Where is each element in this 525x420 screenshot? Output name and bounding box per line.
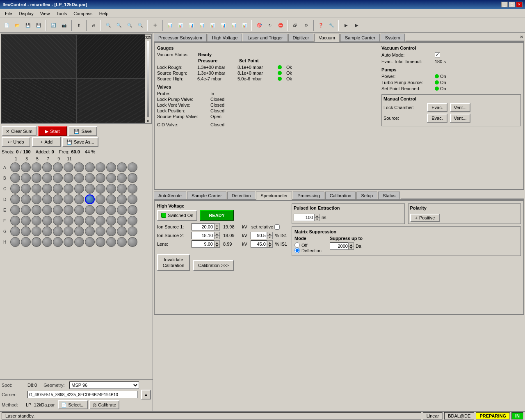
pulsed-up[interactable]: ▲	[314, 214, 320, 217]
spot-d12[interactable]	[128, 194, 137, 204]
tab-samplecarrier2[interactable]: Sample Carrier	[187, 192, 226, 199]
help-icon[interactable]: ❓	[316, 21, 326, 30]
stop-icon[interactable]: ⛔	[276, 21, 285, 30]
source-evac-button[interactable]: Evac.	[427, 114, 447, 123]
geometry-select[interactable]: MSP 96	[69, 381, 139, 389]
chart5-icon[interactable]: 📊	[208, 21, 217, 30]
open-icon[interactable]: 📂	[12, 21, 22, 30]
spot-d3[interactable]	[32, 194, 41, 204]
ion-source2-pct-down[interactable]: ▼	[267, 235, 273, 239]
tab-digitizer[interactable]: Digitizer	[288, 34, 314, 41]
menu-file[interactable]: File	[2, 10, 16, 17]
menu-tools[interactable]: Tools	[53, 10, 70, 17]
chart1-icon[interactable]: 📊	[165, 21, 175, 30]
spot-f4[interactable]	[42, 216, 52, 226]
chart2-icon[interactable]: 📊	[176, 21, 185, 30]
maximize-button[interactable]: □	[509, 2, 515, 7]
spot-f6[interactable]	[64, 216, 73, 226]
eject-button[interactable]: ▲	[141, 390, 151, 399]
carrier-input[interactable]	[27, 391, 138, 398]
spot-a3[interactable]	[32, 162, 41, 172]
zoom2-icon[interactable]: 🔍	[114, 21, 124, 30]
ion-source1-up[interactable]: ▲	[214, 223, 220, 227]
polarity-button[interactable]: + Positive	[410, 214, 440, 222]
pulsed-down[interactable]: ▼	[314, 217, 320, 221]
calibration-button[interactable]: Calibration >>>	[193, 260, 234, 271]
settings-icon[interactable]: ⚙	[301, 21, 311, 30]
save-as-button[interactable]: 💾 Save As...	[62, 137, 98, 147]
spot-b10[interactable]	[106, 173, 116, 183]
save2-icon[interactable]: 💾	[34, 21, 43, 30]
select-button[interactable]: 📄 Select...	[58, 400, 88, 409]
tab-setup[interactable]: Setup	[356, 192, 377, 199]
menu-compass[interactable]: Compass	[70, 10, 96, 17]
spot-h3[interactable]	[32, 237, 41, 247]
add-button[interactable]: + Add	[32, 137, 61, 147]
action2-icon[interactable]: ▶	[352, 21, 362, 30]
spot-h12[interactable]	[128, 237, 137, 247]
lens-down[interactable]: ▼	[214, 244, 220, 248]
ion-source1-down[interactable]: ▼	[214, 227, 220, 231]
zoom1-icon[interactable]: 🔍	[103, 21, 113, 30]
spot-e7[interactable]	[74, 205, 84, 215]
spot-a10[interactable]	[106, 162, 116, 172]
spot-h4[interactable]	[42, 237, 52, 247]
spot-b8[interactable]	[85, 173, 95, 183]
spot-b7[interactable]	[74, 173, 84, 183]
close-tab-button[interactable]: ✕	[519, 34, 524, 41]
spot-g8[interactable]	[85, 226, 95, 236]
spot-h9[interactable]	[96, 237, 105, 247]
menu-display[interactable]: Display	[16, 10, 37, 17]
spot-a8[interactable]	[85, 162, 95, 172]
spot-a11[interactable]	[117, 162, 127, 172]
chart4-icon[interactable]: 📊	[197, 21, 207, 30]
spot-b12[interactable]	[128, 173, 137, 183]
spot-e12[interactable]	[128, 205, 137, 215]
new-icon[interactable]: 📄	[2, 21, 11, 30]
minimize-button[interactable]: _	[501, 2, 508, 7]
tab-autoxecute[interactable]: AutoXecute	[154, 192, 186, 199]
tab-laser[interactable]: Laser and Trigger	[243, 34, 287, 41]
ion-source1-set-input[interactable]	[192, 223, 214, 231]
tab-processor[interactable]: Processor Subsystem	[154, 34, 207, 41]
crosshair-icon[interactable]: ✛	[150, 21, 160, 30]
spot-h5[interactable]	[53, 237, 63, 247]
spot-g2[interactable]	[21, 226, 31, 236]
spot-d8-selected[interactable]	[85, 194, 95, 204]
suppress-up[interactable]: ▲	[348, 242, 354, 246]
spot-e9[interactable]	[96, 205, 105, 215]
spot-f5[interactable]	[53, 216, 63, 226]
spot-g10[interactable]	[106, 226, 116, 236]
tab-vacuum[interactable]: Vacuum	[314, 34, 340, 42]
spot-b5[interactable]	[53, 173, 63, 183]
close-button[interactable]: ✕	[516, 2, 523, 7]
spot-f10[interactable]	[106, 216, 116, 226]
spot-a9[interactable]	[96, 162, 105, 172]
lens-pct-input[interactable]	[251, 240, 267, 248]
spot-f11[interactable]	[117, 216, 127, 226]
off-radio[interactable]	[294, 242, 300, 248]
spot-a7[interactable]	[74, 162, 84, 172]
spot-g6[interactable]	[64, 226, 73, 236]
spot-b9[interactable]	[96, 173, 105, 183]
lens-pct-up[interactable]: ▲	[267, 240, 273, 244]
spot-g4[interactable]	[42, 226, 52, 236]
calibrate-button[interactable]: ⚖ Calibrate	[89, 400, 119, 409]
spot-g7[interactable]	[74, 226, 84, 236]
suppress-down[interactable]: ▼	[348, 246, 354, 250]
spot-e1[interactable]	[10, 205, 20, 215]
spot-g5[interactable]	[53, 226, 63, 236]
spot-c11[interactable]	[117, 184, 127, 194]
tab-highvoltage[interactable]: High Voltage	[208, 34, 242, 41]
auto-mode-checkbox[interactable]: ✓	[435, 52, 440, 57]
spot-d9[interactable]	[96, 194, 105, 204]
lens-set-input[interactable]	[192, 240, 214, 248]
spot-c4[interactable]	[42, 184, 52, 194]
window-icon[interactable]: 🗗	[290, 21, 300, 30]
spot-e2[interactable]	[21, 205, 31, 215]
suppress-input[interactable]	[330, 242, 348, 250]
save-icon[interactable]: 💾	[23, 21, 33, 30]
spot-a4[interactable]	[42, 162, 52, 172]
spot-d2[interactable]	[21, 194, 31, 204]
invalidate-button[interactable]: InvalidateCalibration	[157, 254, 190, 271]
